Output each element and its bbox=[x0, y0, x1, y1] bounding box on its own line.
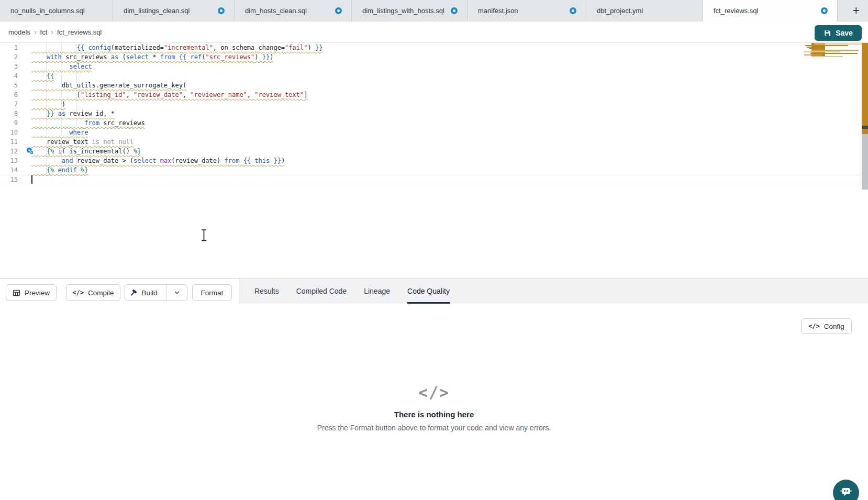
line-number: 14 bbox=[0, 165, 18, 175]
unsaved-changes-icon bbox=[335, 7, 342, 14]
ruler-cursor-mark bbox=[862, 126, 868, 129]
file-tab-label: fct_reviews.sql bbox=[714, 7, 758, 15]
file-tab-label: dbt_project.yml bbox=[597, 7, 643, 15]
code-line[interactable]: select bbox=[31, 62, 322, 71]
hammer-icon bbox=[129, 289, 137, 297]
panel-tab-code-quality[interactable]: Code Quality bbox=[407, 279, 450, 304]
minimap-line bbox=[811, 50, 859, 51]
unsaved-changes-icon bbox=[570, 7, 576, 14]
save-button[interactable]: Save bbox=[815, 25, 862, 41]
format-button[interactable]: Format bbox=[192, 284, 232, 301]
empty-state-title: There is nothing here bbox=[0, 410, 868, 419]
dbt-cloud-ide: no_nulls_in_columns.sqldim_listings_clea… bbox=[0, 0, 868, 500]
minimap-line bbox=[804, 51, 840, 52]
minimap-line bbox=[809, 48, 817, 49]
code-line[interactable]: from src_reviews bbox=[31, 118, 322, 128]
breadcrumb-item[interactable]: fct bbox=[40, 28, 48, 36]
file-tab[interactable]: dim_listings_with_hosts.sql bbox=[352, 0, 468, 21]
file-tab-label: dim_listings_with_hosts.sql bbox=[362, 7, 444, 15]
empty-state-subtitle: Press the Format button above to format … bbox=[0, 424, 868, 432]
line-number: 10 bbox=[0, 128, 18, 137]
code-line[interactable]: {{ bbox=[31, 71, 322, 81]
line-number: 15 bbox=[0, 175, 18, 184]
build-split-button: Build bbox=[125, 284, 187, 301]
config-button-label: Config bbox=[824, 323, 844, 330]
code-line[interactable]: ) bbox=[31, 99, 322, 109]
file-tab[interactable]: fct_reviews.sql bbox=[703, 0, 838, 21]
breadcrumb-separator: › bbox=[34, 28, 37, 36]
code-line[interactable]: {% endif %} bbox=[31, 165, 322, 175]
file-tab-label: dim_hosts_clean.sql bbox=[245, 7, 307, 15]
file-tab-label: manifest.json bbox=[478, 7, 518, 15]
file-tab[interactable]: dim_listings_clean.sql bbox=[113, 0, 235, 21]
robot-chat-icon bbox=[839, 485, 853, 498]
editor-code[interactable]: {{ config(materialized="incremental", on… bbox=[31, 43, 322, 184]
compile-button-label: Compile bbox=[88, 289, 114, 297]
code-line[interactable] bbox=[31, 175, 322, 184]
build-button[interactable]: Build bbox=[125, 285, 162, 301]
code-line[interactable]: where bbox=[31, 128, 322, 137]
line-number: 13 bbox=[0, 156, 18, 165]
code-line[interactable]: {% if is_incremental() %} bbox=[31, 147, 322, 156]
new-tab-button[interactable]: + bbox=[850, 4, 863, 18]
unsaved-changes-icon bbox=[821, 7, 828, 14]
unsaved-changes-icon bbox=[451, 7, 458, 14]
line-number: 7 bbox=[0, 99, 18, 109]
minimap-line bbox=[804, 54, 822, 55]
breadcrumb: models›fct›fct_reviews.sql bbox=[8, 21, 102, 42]
code-brackets-icon: </> bbox=[72, 289, 84, 296]
code-brackets-icon: </> bbox=[808, 323, 820, 330]
preview-button[interactable]: Preview bbox=[6, 284, 57, 301]
line-number: 1 bbox=[0, 43, 18, 52]
scrollbar-overview-ruler[interactable] bbox=[862, 43, 868, 278]
panel-tab-compiled-code[interactable]: Compiled Code bbox=[296, 279, 347, 304]
line-number: 6 bbox=[0, 90, 18, 99]
minimap-line bbox=[805, 45, 848, 46]
file-tab[interactable]: no_nulls_in_columns.sql bbox=[0, 0, 113, 21]
build-dropdown-button[interactable] bbox=[166, 285, 187, 301]
minimap-line bbox=[810, 53, 858, 54]
config-button[interactable]: </> Config bbox=[801, 318, 852, 334]
action-toolbar: Preview </> Compile Build bbox=[0, 278, 868, 304]
breadcrumb-item[interactable]: models bbox=[8, 28, 30, 36]
code-line[interactable]: {{ config(materialized="incremental", on… bbox=[31, 43, 322, 52]
panel-tab-results[interactable]: Results bbox=[254, 279, 279, 304]
minimap-line bbox=[811, 56, 843, 57]
line-number: 8 bbox=[0, 109, 18, 118]
line-number: 11 bbox=[0, 137, 18, 147]
code-editor[interactable]: 123456789101112131415 {{ config(material… bbox=[0, 43, 868, 278]
file-tab-label: dim_listings_clean.sql bbox=[124, 7, 190, 15]
code-line[interactable]: ["listing_id", "review_date", "reviewer_… bbox=[31, 90, 322, 99]
panel-tab-lineage[interactable]: Lineage bbox=[364, 279, 390, 304]
empty-state: </> There is nothing here Press the Form… bbox=[0, 383, 868, 432]
file-tab[interactable]: dbt_project.yml bbox=[586, 0, 703, 21]
chevron-down-icon bbox=[173, 289, 181, 296]
code-line[interactable]: dbt_utils.generate_surrogate_key( bbox=[31, 81, 322, 90]
lightbulb-quickfix-icon[interactable] bbox=[26, 147, 34, 155]
line-number: 5 bbox=[0, 81, 18, 90]
line-number: 9 bbox=[0, 118, 18, 128]
breadcrumb-item[interactable]: fct_reviews.sql bbox=[57, 28, 102, 36]
code-quality-panel: </> Config </> There is nothing here Pre… bbox=[0, 304, 868, 500]
breadcrumb-separator: › bbox=[51, 28, 53, 36]
code-line[interactable]: }} as review_id, * bbox=[31, 109, 322, 118]
code-brackets-icon: </> bbox=[0, 383, 868, 402]
scrollbar-thumb[interactable] bbox=[862, 134, 868, 190]
preview-table-icon bbox=[13, 289, 20, 297]
minimap-line bbox=[814, 43, 864, 45]
minimap[interactable] bbox=[802, 42, 862, 58]
breadcrumb-bar: models›fct›fct_reviews.sql Save bbox=[0, 21, 868, 43]
file-tab[interactable]: dim_hosts_clean.sql bbox=[235, 0, 352, 21]
line-number: 3 bbox=[0, 62, 18, 71]
line-number: 4 bbox=[0, 71, 18, 81]
format-button-label: Format bbox=[201, 289, 224, 297]
line-number: 2 bbox=[0, 52, 18, 62]
file-tab-bar: no_nulls_in_columns.sqldim_listings_clea… bbox=[0, 0, 868, 21]
file-tab[interactable]: manifest.json bbox=[468, 0, 586, 21]
compile-button[interactable]: </> Compile bbox=[66, 284, 120, 301]
unsaved-changes-icon bbox=[218, 7, 225, 14]
code-line[interactable]: with src_reviews as (select * from {{ re… bbox=[31, 52, 322, 62]
mouse-ibeam-cursor bbox=[201, 229, 207, 244]
code-line[interactable]: and review_date > (select max(review_dat… bbox=[31, 156, 322, 165]
code-line[interactable]: review_text is not null bbox=[31, 137, 322, 147]
